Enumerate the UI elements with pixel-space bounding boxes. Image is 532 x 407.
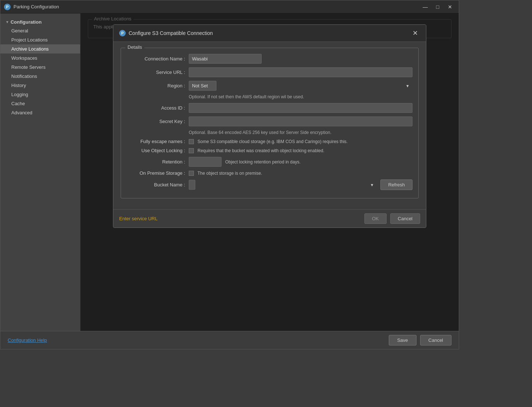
service-url-label: Service URL : [127, 70, 185, 75]
region-select[interactable]: Not Set us-east-1 us-west-1 eu-west-1 [189, 81, 216, 91]
retention-desc: Object locking retention period in days. [225, 159, 412, 165]
sidebar-item-remote-servers[interactable]: Remote Servers [0, 63, 80, 72]
main-window: P Parking Configuration — □ ✕ ▼ Configur… [0, 0, 459, 349]
section-arrow: ▼ [5, 20, 9, 24]
object-locking-desc: Requires that the bucket was created wit… [197, 148, 412, 153]
object-locking-row: Use Object Locking : Requires that the b… [127, 148, 412, 153]
on-premise-row: On Premise Storage : The object storage … [127, 170, 412, 176]
bucket-name-row: Bucket Name : ▼ Refresh [127, 179, 412, 190]
modal-footer: Enter service URL OK Cancel [113, 209, 426, 228]
sidebar-item-project-locations[interactable]: Project Locations [0, 35, 80, 44]
window-footer: Configuration Help Save Cancel [0, 331, 459, 349]
retention-label: Retention : [127, 159, 185, 165]
save-button[interactable]: Save [389, 335, 416, 345]
warning-text: Enter service URL [119, 216, 361, 221]
configure-s3-modal: P Configure S3 Compatible Connection ✕ D… [113, 24, 426, 228]
window-close-button[interactable]: ✕ [445, 3, 455, 11]
access-id-row: Access ID : [127, 103, 412, 113]
sidebar-item-notifications[interactable]: Notifications [0, 72, 80, 81]
fully-escape-checkbox[interactable] [189, 139, 194, 144]
bucket-name-select[interactable] [189, 180, 195, 190]
details-group: Details Connection Name : Service URL : [121, 48, 419, 198]
sidebar-section-configuration: ▼ Configuration [0, 17, 80, 26]
details-legend: Details [125, 44, 144, 50]
access-id-label: Access ID : [127, 105, 185, 111]
secret-key-input[interactable] [189, 116, 412, 126]
fully-escape-desc: Some S3 compatible cloud storage (e.g. I… [197, 139, 412, 144]
window-controls: — □ ✕ [420, 3, 455, 11]
modal-overlay: P Configure S3 Compatible Connection ✕ D… [81, 13, 459, 331]
secret-key-label: Secret Key : [127, 119, 185, 124]
maximize-button[interactable]: □ [433, 3, 443, 11]
connection-name-row: Connection Name : [127, 54, 412, 64]
minimize-button[interactable]: — [420, 3, 430, 11]
retention-input[interactable] [189, 157, 222, 167]
window-title: Parking Configuration [13, 4, 420, 9]
sidebar-item-general[interactable]: General [0, 26, 80, 35]
main-content: ▼ Configuration General Project Location… [0, 13, 459, 331]
fully-escape-label: Fully escape names : [127, 139, 185, 144]
bucket-name-label: Bucket Name : [127, 182, 185, 187]
cancel-button[interactable]: Cancel [420, 335, 451, 345]
region-select-wrapper: Not Set us-east-1 us-west-1 eu-west-1 ▼ [189, 81, 412, 91]
region-select-arrow: ▼ [406, 84, 410, 88]
modal-ok-button[interactable]: OK [364, 213, 387, 224]
modal-body: Details Connection Name : Service URL : [113, 42, 426, 209]
modal-close-button[interactable]: ✕ [410, 28, 420, 38]
secret-key-row: Secret Key : [127, 116, 412, 126]
modal-cancel-button[interactable]: Cancel [390, 213, 420, 224]
modal-title: Configure S3 Compatible Connection [129, 30, 410, 36]
connection-name-input[interactable] [189, 54, 262, 64]
sidebar-item-advanced[interactable]: Advanced [0, 108, 80, 117]
sidebar-item-logging[interactable]: Logging [0, 90, 80, 99]
fully-escape-row: Fully escape names : Some S3 compatible … [127, 139, 412, 144]
bucket-select-arrow: ▼ [370, 183, 374, 187]
object-locking-checkbox[interactable] [189, 148, 194, 153]
connection-name-label: Connection Name : [127, 56, 185, 62]
on-premise-checkbox[interactable] [189, 171, 194, 176]
region-hint: Optional. If not set then the AWS defaul… [127, 94, 412, 99]
sidebar-item-archive-locations[interactable]: Archive Locations [0, 44, 80, 54]
modal-header: P Configure S3 Compatible Connection ✕ [113, 25, 426, 42]
sidebar-item-workspaces[interactable]: Workspaces [0, 54, 80, 63]
region-label: Region : [127, 83, 185, 88]
region-row: Region : Not Set us-east-1 us-west-1 eu-… [127, 81, 412, 91]
right-panel: Archive Locations This application can b… [81, 13, 459, 331]
sidebar-item-cache[interactable]: Cache [0, 99, 80, 108]
secret-key-hint: Optional. Base 64 encoded AES 256 key us… [127, 130, 412, 135]
service-url-row: Service URL : [127, 67, 412, 77]
sidebar-item-history[interactable]: History [0, 81, 80, 90]
object-locking-label: Use Object Locking : [127, 148, 185, 153]
refresh-button[interactable]: Refresh [380, 179, 412, 190]
on-premise-label: On Premise Storage : [127, 170, 185, 176]
bucket-name-select-wrapper: ▼ [189, 180, 377, 190]
access-id-input[interactable] [189, 103, 412, 113]
service-url-input[interactable] [189, 67, 412, 77]
retention-row: Retention : Object locking retention per… [127, 157, 412, 167]
config-help-link[interactable]: Configuration Help [8, 337, 47, 343]
modal-icon: P [119, 30, 126, 36]
sidebar: ▼ Configuration General Project Location… [0, 13, 81, 331]
app-icon: P [4, 4, 11, 10]
titlebar: P Parking Configuration — □ ✕ [0, 0, 459, 13]
on-premise-desc: The object storage is on premise. [197, 171, 412, 176]
